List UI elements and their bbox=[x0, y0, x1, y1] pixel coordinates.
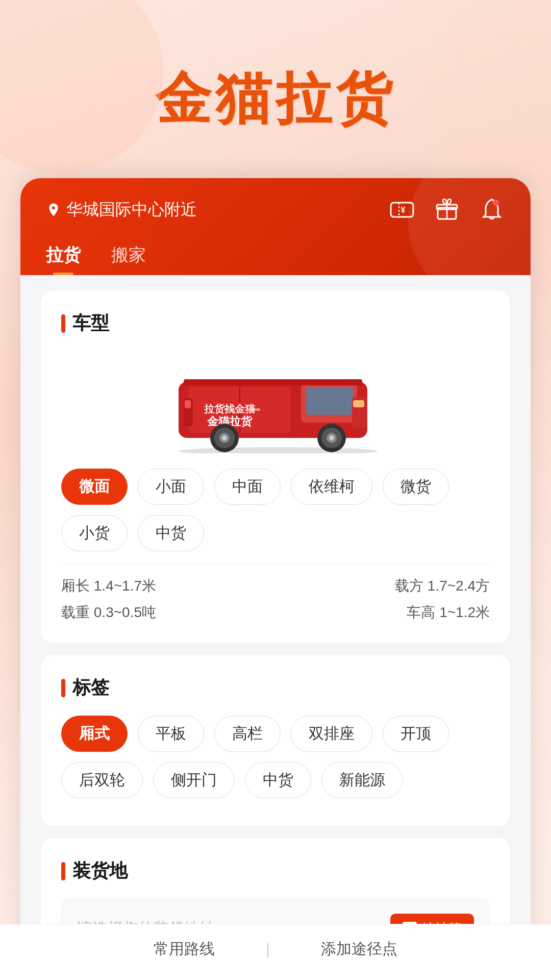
label-section-title: 标签 bbox=[61, 675, 490, 700]
svg-rect-4 bbox=[437, 205, 457, 209]
vehicle-image-area: 拉货找金猫 金猫拉货 bbox=[61, 351, 490, 453]
location-area[interactable]: 华城国际中心附近 bbox=[46, 199, 197, 221]
svg-text:拉货找金猫: 拉货找金猫 bbox=[204, 403, 256, 414]
header-icons: ¥ bbox=[389, 197, 505, 223]
vehicle-chip-group: 微面 小面 中面 依维柯 微货 小货 中货 bbox=[61, 469, 490, 551]
svg-text:¥: ¥ bbox=[401, 206, 406, 214]
vehicle-specs: 厢长 1.4~1.7米 载方 1.7~2.4方 载重 0.3~0.5吨 车高 1… bbox=[61, 564, 490, 622]
svg-rect-18 bbox=[353, 400, 364, 407]
vehicle-image: 拉货找金猫 金猫拉货 bbox=[158, 351, 393, 453]
chip-zhongmian[interactable]: 中面 bbox=[214, 469, 281, 505]
spec-height: 车高 1~1.2米 bbox=[279, 603, 490, 622]
header-top: 华城国际中心附近 ¥ bbox=[46, 178, 505, 233]
svg-rect-20 bbox=[185, 400, 191, 408]
chip-yiweike[interactable]: 依维柯 bbox=[291, 469, 372, 505]
svg-rect-9 bbox=[306, 387, 353, 415]
chip-weihuo[interactable]: 微货 bbox=[383, 469, 449, 505]
label-title-bar bbox=[61, 679, 65, 697]
label-chip-xiang[interactable]: 厢式 bbox=[61, 716, 128, 752]
bottom-bar: 常用路线 | 添加途径点 bbox=[0, 924, 551, 980]
svg-point-29 bbox=[179, 447, 378, 453]
chip-xiaohuo[interactable]: 小货 bbox=[61, 515, 128, 551]
tab-banjia[interactable]: 搬家 bbox=[111, 243, 146, 275]
chip-weimian[interactable]: 微面 bbox=[61, 469, 128, 505]
coupon-icon-btn[interactable]: ¥ bbox=[389, 197, 415, 223]
spec-volume: 载方 1.7~2.4方 bbox=[279, 576, 490, 596]
app-title: 金猫拉货 bbox=[155, 61, 396, 137]
spec-length: 厢长 1.4~1.7米 bbox=[61, 576, 272, 596]
label-chip-xinneng[interactable]: 新能源 bbox=[321, 762, 403, 798]
svg-rect-14 bbox=[184, 379, 362, 385]
bottom-bar-divider: | bbox=[266, 939, 270, 960]
common-route-btn[interactable]: 常用路线 bbox=[143, 939, 225, 960]
vehicle-section-title: 车型 bbox=[61, 311, 490, 336]
label-chip-shuangpai[interactable]: 双排座 bbox=[291, 716, 372, 752]
tab-bar: 拉货 搬家 bbox=[46, 233, 505, 275]
add-waypoint-btn[interactable]: 添加途径点 bbox=[311, 939, 408, 960]
bell-icon-btn[interactable] bbox=[479, 197, 505, 223]
label-chip-cekaimne[interactable]: 侧开门 bbox=[153, 762, 235, 798]
vehicle-section: 车型 bbox=[41, 290, 510, 643]
label-chip-zhonghuo2[interactable]: 中货 bbox=[245, 762, 311, 798]
card-body: 车型 bbox=[20, 275, 531, 980]
label-chip-group: 厢式 平板 高栏 双排座 开顶 后双轮 侧开门 中货 新能源 bbox=[61, 716, 490, 798]
label-chip-kaiqi[interactable]: 开顶 bbox=[383, 716, 449, 752]
label-chip-pingban[interactable]: 平板 bbox=[138, 716, 204, 752]
location-text: 华城国际中心附近 bbox=[66, 199, 197, 221]
chip-zhonghuo[interactable]: 中货 bbox=[138, 515, 204, 551]
label-chip-houshuanglun[interactable]: 后双轮 bbox=[61, 762, 143, 798]
svg-point-28 bbox=[329, 435, 334, 440]
vehicle-title-bar bbox=[61, 314, 65, 333]
loading-section-title: 装货地 bbox=[61, 859, 490, 884]
label-section: 标签 厢式 平板 高栏 双排座 开顶 后双轮 侧开门 中货 新能源 bbox=[41, 655, 510, 826]
location-pin-icon bbox=[46, 202, 61, 217]
loading-title-bar bbox=[61, 862, 65, 880]
svg-point-6 bbox=[493, 200, 499, 206]
spec-weight: 载重 0.3~0.5吨 bbox=[61, 603, 272, 622]
chip-xiaomian[interactable]: 小面 bbox=[138, 469, 204, 505]
app-title-section: 金猫拉货 bbox=[0, 0, 551, 178]
main-card: 华城国际中心附近 ¥ bbox=[20, 178, 531, 980]
gift-icon-btn[interactable] bbox=[434, 197, 460, 223]
svg-rect-3 bbox=[438, 208, 456, 219]
label-chip-gaolan[interactable]: 高栏 bbox=[214, 716, 281, 752]
card-header: 华城国际中心附近 ¥ bbox=[20, 178, 531, 275]
svg-point-24 bbox=[222, 435, 227, 440]
tab-laguo[interactable]: 拉货 bbox=[46, 243, 81, 275]
